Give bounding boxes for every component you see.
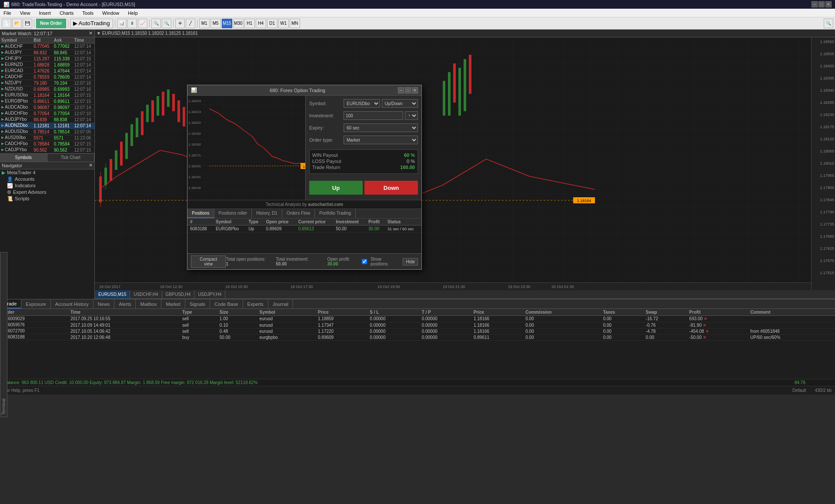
market-watch-row[interactable]: ▶CADCHF 0.78559 0.78609 12:07:14 (0, 74, 94, 80)
mw-tab-symbols[interactable]: Symbols (0, 154, 47, 162)
close-button[interactable]: ✕ (825, 1, 832, 7)
tab-journal[interactable]: Journal (268, 299, 293, 308)
order-close-btn[interactable]: ✕ (705, 329, 709, 334)
forex-expiry-select[interactable]: 60 sec (344, 123, 418, 132)
toolbar-zoom-out[interactable]: 🔍 (162, 19, 171, 28)
toolbar-chart-bar[interactable]: 📊 (117, 19, 127, 28)
fpos-tab-roller[interactable]: Positions roller (214, 209, 252, 218)
toolbar-zoom-in[interactable]: 🔍 (151, 19, 161, 28)
nav-expert-advisors[interactable]: ⚙ Expert Advisors (0, 189, 94, 196)
order-close-btn[interactable]: ✕ (703, 335, 706, 340)
fpos-tab-history[interactable]: History, D1 (252, 209, 282, 218)
nav-metatrader4[interactable]: ▶ MetaTrader 4 (0, 169, 94, 176)
toolbar-save[interactable]: 💾 (23, 19, 32, 28)
chart-tab-usdchf[interactable]: USDCHF,H4 (130, 290, 162, 298)
order-close-btn[interactable]: ✕ (703, 323, 706, 328)
timeframe-m5[interactable]: M5 (210, 19, 221, 28)
terminal-tab[interactable]: Terminal (0, 252, 7, 417)
toolbar-line[interactable]: ╱ (186, 19, 195, 28)
fpos-tab-orders-flow[interactable]: Orders Flow (282, 209, 315, 218)
order-row[interactable]: ⬜6083188 2017.10.20 12:06:48 buy 50.00 e… (0, 334, 835, 340)
toolbar-new-chart[interactable]: 📄 (2, 19, 11, 28)
forex-dialog-title-bar[interactable]: 📊 680: Forex Option Trading ─ □ ✕ (187, 85, 421, 96)
nav-indicators[interactable]: 📈 Indicators (0, 182, 94, 189)
order-row[interactable]: ⬜6072700 2017.10.05 14:06:42 sell 0.48 e… (0, 328, 835, 334)
timeframe-h4[interactable]: H4 (256, 19, 266, 28)
toolbar-chart-line[interactable]: 📈 (138, 19, 147, 28)
market-watch-row[interactable]: ▶AUS200bo 5571 5571 11:23:06 (0, 135, 94, 141)
chart-tab-gbpusd[interactable]: GBPUSD,H4 (162, 290, 195, 298)
navigator-close[interactable]: ✕ (89, 162, 93, 168)
timeframe-m1[interactable]: M1 (199, 19, 210, 28)
toolbar-chart-candle[interactable]: 🕯 (127, 19, 137, 28)
market-watch-row[interactable]: ▶AUDCHFbo 0.77054 0.77054 12:07:10 (0, 110, 94, 116)
tab-mailbox[interactable]: Mailbox (136, 299, 161, 308)
market-watch-row[interactable]: ▶CADJPYbo 90.562 90.562 12:07:15 (0, 147, 94, 153)
toolbar-search[interactable]: 🔍 (824, 19, 833, 28)
market-watch-close[interactable]: ✕ (89, 30, 93, 36)
tab-alerts[interactable]: Alerts (114, 299, 136, 308)
market-watch-row[interactable]: ▶AUDCHF 0.77045 0.77062 12:07:14 (0, 43, 94, 50)
timeframe-m30[interactable]: M30 (233, 19, 244, 28)
market-watch-row[interactable]: ▶EURGBPbo 0.89611 0.89611 12:07:15 (0, 98, 94, 104)
nav-scripts[interactable]: 📜 Scripts (0, 196, 94, 202)
market-watch-row[interactable]: ▶AUDCADbo 0.98097 0.98097 12:07:14 (0, 104, 94, 110)
market-watch-row[interactable]: ▶NZDJPY 79.180 79.194 12:07:16 (0, 80, 94, 86)
tab-market[interactable]: Market (161, 299, 185, 308)
chart-tab-eurusd[interactable]: EURUSD,M15 (95, 290, 130, 298)
order-row[interactable]: ⬜6009029 2017.09.25 10:16:55 sell 1.00 e… (0, 316, 835, 322)
menu-tools[interactable]: Tools (80, 10, 95, 17)
order-row[interactable]: ⬜6059576 2017.10.09 14:49:01 sell 0.10 e… (0, 322, 835, 328)
forex-investment-input[interactable] (344, 111, 403, 120)
menu-insert[interactable]: Insert (37, 10, 53, 17)
market-watch-row[interactable]: ▶EURCAD 1.47626 1.47644 12:07:14 (0, 68, 94, 74)
market-watch-row[interactable]: ▶AUDJPYbo 88.839 88.838 12:07:14 (0, 116, 94, 123)
menu-help[interactable]: Help (126, 10, 140, 17)
fpos-tab-positions[interactable]: Positions (187, 209, 214, 218)
tab-code-base[interactable]: Code Base (210, 299, 243, 308)
tab-experts[interactable]: Experts (243, 299, 268, 308)
forex-minimize[interactable]: ─ (398, 87, 404, 93)
forex-close[interactable]: ✕ (412, 87, 418, 93)
tab-news[interactable]: News (94, 299, 115, 308)
timeframe-w1[interactable]: W1 (278, 19, 289, 28)
toolbar-open[interactable]: 📂 (12, 19, 22, 28)
minimize-button[interactable]: ─ (812, 1, 818, 7)
market-watch-row[interactable]: ▶EURNZD 1.68828 1.68859 12:07:14 (0, 62, 94, 68)
order-close-btn[interactable]: ✕ (704, 316, 707, 321)
tab-account-history[interactable]: Account History (51, 299, 94, 308)
market-watch-row[interactable]: ▶AUDJPY 88.832 88.845 12:07:14 (0, 50, 94, 56)
timeframe-h1[interactable]: H1 (244, 19, 255, 28)
fpos-tab-portfolio[interactable]: Portfolio Trading (315, 209, 356, 218)
maximize-button[interactable]: □ (818, 1, 825, 7)
tab-exposure[interactable]: Exposure (21, 299, 50, 308)
menu-view[interactable]: View (18, 10, 32, 17)
menu-file[interactable]: File (2, 10, 13, 17)
down-button[interactable]: Down (364, 181, 418, 195)
up-button[interactable]: Up (309, 181, 363, 195)
show-positions-checkbox[interactable] (362, 259, 367, 264)
forex-maximize[interactable]: □ (405, 87, 411, 93)
forex-direction-select[interactable]: Up/Down (382, 99, 418, 108)
title-bar-controls[interactable]: ─ □ ✕ (812, 1, 832, 7)
market-watch-row[interactable]: ▶EURUSDbo 1.18164 1.18164 12:07:15 (0, 92, 94, 98)
market-watch-row[interactable]: ▶CADCHFbo 0.78584 0.78584 12:07:15 (0, 141, 94, 147)
tab-signals[interactable]: Signals (185, 299, 210, 308)
market-watch-row[interactable]: ▶NZDUSD 0.69985 0.69993 12:07:16 (0, 86, 94, 92)
market-watch-row[interactable]: ▶CHFJPY 115.297 115.339 12:07:15 (0, 56, 94, 62)
new-order-button[interactable]: New Order (36, 19, 66, 28)
hide-button[interactable]: Hide (403, 258, 418, 265)
auto-trading-button[interactable]: ▶ AutoTrading (70, 19, 113, 28)
nav-accounts[interactable]: 👤 Accounts (0, 176, 94, 182)
forex-ordertype-select[interactable]: Market (344, 136, 418, 144)
forex-investment-currency[interactable]: ▼ (405, 111, 418, 120)
menu-charts[interactable]: Charts (58, 10, 75, 17)
market-watch-row[interactable]: ▶AUDUSDbo 0.78514 0.78514 12:07:05 (0, 129, 94, 135)
menu-window[interactable]: Window (100, 10, 121, 17)
timeframe-d1[interactable]: D1 (267, 19, 277, 28)
toolbar-crosshair[interactable]: ✛ (175, 19, 185, 28)
forex-symbol-select[interactable]: EURUSDbo (344, 99, 380, 108)
compact-view-button[interactable]: Compact view (191, 255, 226, 268)
mw-tab-tick-chart[interactable]: Tick Chart (47, 154, 95, 162)
chart-tab-usdjpy[interactable]: USDJPY,H4 (194, 290, 225, 298)
